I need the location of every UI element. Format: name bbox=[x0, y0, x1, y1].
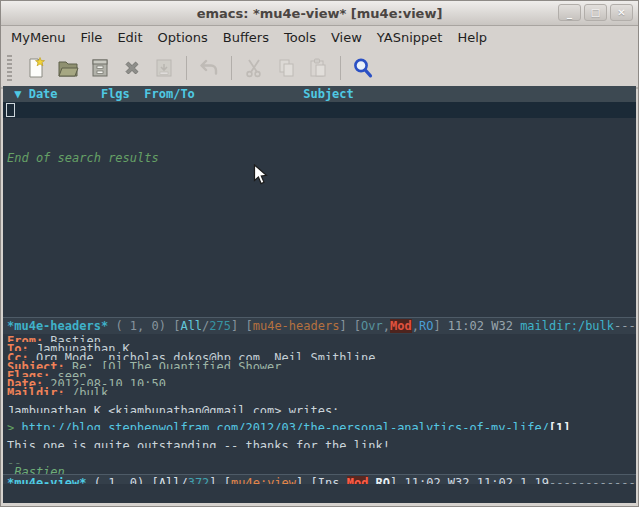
minimize-button[interactable]: _ bbox=[558, 4, 581, 21]
field-label: Maildir: bbox=[7, 386, 65, 395]
body-attribution-line: Jambunathan K <kjambunathan@gmail.com> w… bbox=[3, 404, 636, 413]
menu-item-view[interactable]: View bbox=[331, 30, 362, 45]
field-from: From: Bastien bbox=[3, 334, 636, 343]
hollow-cursor bbox=[6, 103, 15, 117]
body-quoted-link-line[interactable]: > http://blog.stephenwolfram.com/2012/03… bbox=[3, 421, 636, 430]
end-of-search-results: End of search results bbox=[3, 150, 636, 166]
body-blank-line bbox=[3, 448, 636, 457]
body-blank-line bbox=[3, 430, 636, 439]
headers-mode-line: *mu4e-headers* ( 1, 0) [All/275] [mu4e-h… bbox=[3, 317, 636, 334]
menu-item-buffers[interactable]: Buffers bbox=[223, 30, 269, 45]
toolbar-drag-handle[interactable] bbox=[7, 55, 12, 81]
field-maildir: Maildir: /bulk bbox=[3, 386, 636, 395]
toolbar-separator bbox=[186, 56, 187, 80]
signature-separator-line: -- bbox=[3, 456, 636, 465]
field-value: seen bbox=[58, 369, 87, 378]
field-flags: Flags: seen bbox=[3, 369, 636, 378]
field-to: To: Jambunathan K bbox=[3, 342, 636, 351]
maximize-button[interactable]: □ bbox=[584, 4, 607, 21]
field-label: Flags: bbox=[7, 369, 50, 378]
toolbar-separator bbox=[231, 56, 232, 80]
close-button[interactable]: ✕ bbox=[610, 4, 633, 21]
search-icon[interactable] bbox=[349, 54, 377, 82]
header-row[interactable]: 2012-08-10 S Lanoxx | Re: Compiling glib… bbox=[3, 118, 636, 134]
emacs-content: ▼ Date Flgs From/To Subject 2012-08-10 S… bbox=[3, 86, 636, 503]
menu-item-help[interactable]: Help bbox=[457, 30, 487, 45]
menu-item-options[interactable]: Options bbox=[158, 30, 208, 45]
body-blank-line bbox=[3, 395, 636, 404]
save-icon[interactable] bbox=[86, 54, 114, 82]
toolbar-separator bbox=[340, 56, 341, 80]
open-folder-icon[interactable] bbox=[54, 54, 82, 82]
menu-item-tools[interactable]: Tools bbox=[284, 30, 316, 45]
window-title: emacs: *mu4e-view* [mu4e:view] bbox=[1, 6, 638, 21]
field-value: Bastien bbox=[50, 334, 101, 343]
close-buffer-icon[interactable] bbox=[118, 54, 146, 82]
field-value: Re: [O] The Quantified Shower bbox=[72, 360, 282, 369]
header-row-selected[interactable]: 2012-08-10 S Bastien | Re: [O] The Quant… bbox=[3, 102, 636, 118]
paste-icon bbox=[304, 54, 332, 82]
signature-name-line: Bastien bbox=[3, 465, 636, 474]
headers-column-header[interactable]: ▼ Date Flgs From/To Subject bbox=[3, 86, 636, 102]
body-blank-line bbox=[3, 413, 636, 422]
menu-item-file[interactable]: File bbox=[81, 30, 103, 45]
message-view: From: Bastien To: Jambunathan K Cc: Org … bbox=[3, 334, 636, 485]
field-label: Date: bbox=[7, 377, 43, 386]
body-text-line: This one is quite outstanding -- thanks … bbox=[3, 439, 636, 448]
cut-icon bbox=[240, 54, 268, 82]
emacs-frame: emacs: *mu4e-view* [mu4e:view] _ □ ✕ MyM… bbox=[0, 0, 639, 507]
field-label: Subject: bbox=[7, 360, 65, 369]
menu-item-edit[interactable]: Edit bbox=[117, 30, 142, 45]
view-mode-line: *mu4e-view* ( 1, 0) [All/372] [mu4e:view… bbox=[3, 474, 636, 484]
copy-icon bbox=[272, 54, 300, 82]
field-value: /bulk bbox=[72, 386, 108, 395]
field-value: Jambunathan K bbox=[36, 342, 130, 351]
field-label: To: bbox=[7, 342, 29, 351]
field-cc: Cc: Org Mode, nicholas.dokos@hp.com, Nei… bbox=[3, 351, 636, 360]
field-value: 2012-08-10 10:50 bbox=[50, 377, 166, 386]
field-label: Cc: bbox=[7, 351, 29, 360]
echo-area[interactable] bbox=[3, 484, 636, 503]
menu-bar: MyMenu File Edit Options Buffers Tools V… bbox=[1, 26, 638, 49]
field-date: Date: 2012-08-10 10:50 bbox=[3, 377, 636, 386]
headers-empty-area bbox=[3, 166, 636, 317]
menu-item-yasnippet[interactable]: YASnippet bbox=[377, 30, 443, 45]
tool-bar bbox=[1, 49, 638, 89]
window-controls: _ □ ✕ bbox=[558, 4, 633, 21]
field-label: From: bbox=[7, 334, 43, 343]
field-subject: Subject: Re: [O] The Quantified Shower bbox=[3, 360, 636, 369]
save-as-icon bbox=[150, 54, 178, 82]
undo-icon bbox=[195, 54, 223, 82]
field-value: Org Mode, nicholas.dokos@hp.com, Neil Sm… bbox=[36, 351, 376, 360]
menu-item-mymenu[interactable]: MyMenu bbox=[11, 30, 66, 45]
title-bar: emacs: *mu4e-view* [mu4e:view] _ □ ✕ bbox=[1, 1, 638, 26]
new-file-icon[interactable] bbox=[22, 54, 50, 82]
header-row[interactable]: 2012-08-10 S Suvayu Ali | Re: Emacs for … bbox=[3, 134, 636, 150]
